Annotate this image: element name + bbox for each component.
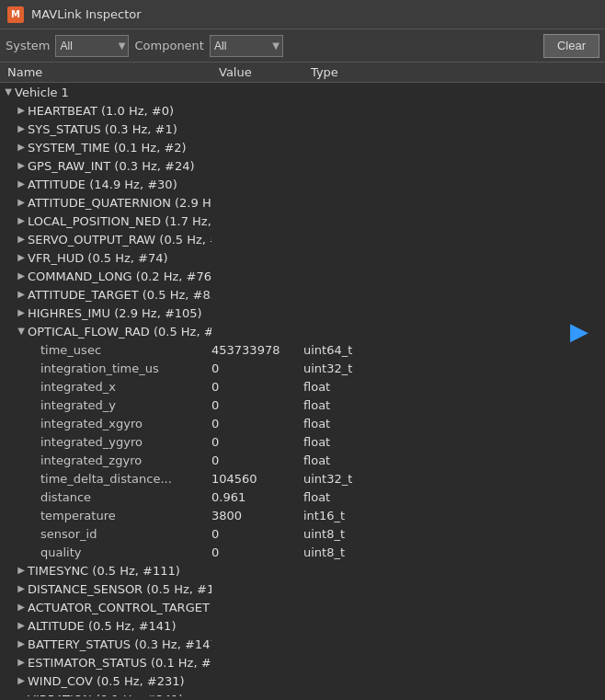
tree-label: ESTIMATOR_STATUS (0.1 Hz, #230) <box>28 656 211 670</box>
tree-row[interactable]: time_usec453733978uint64_t <box>0 340 605 359</box>
tree-row[interactable]: ▶ACTUATOR_CONTROL_TARGET (0.5 Hz, #140) <box>0 598 605 616</box>
tree-label: integration_time_us <box>40 361 159 375</box>
tree-row[interactable]: ▶ATTITUDE_TARGET (0.5 Hz, #83) <box>0 285 605 304</box>
tree-label: Vehicle 1 <box>15 86 69 99</box>
expand-icon[interactable]: ▶ <box>15 693 28 696</box>
tree-row[interactable]: ▶SERVO_OUTPUT_RAW (0.5 Hz, #36) <box>0 230 605 248</box>
expand-icon[interactable]: ▶ <box>15 214 28 227</box>
tree-cell-name: time_usec <box>0 343 211 357</box>
component-label: Component <box>134 39 203 52</box>
tree-row[interactable]: ▶GPS_RAW_INT (0.3 Hz, #24) <box>0 156 605 175</box>
expand-icon[interactable]: ▶ <box>15 178 28 190</box>
tree-row[interactable]: ▶ALTITUDE (0.5 Hz, #141) <box>0 616 605 635</box>
tree-cell-name: ▶ATTITUDE_TARGET (0.5 Hz, #83) <box>0 288 211 302</box>
tree-row[interactable]: integrated_y0float <box>0 396 605 414</box>
tree-cell-name: ▶SYSTEM_TIME (0.1 Hz, #2) <box>0 141 211 155</box>
tree-label: integrated_zgyro <box>40 453 142 467</box>
component-select[interactable]: All <box>210 35 283 57</box>
tree-cell-value: 0 <box>211 435 303 449</box>
tree-row[interactable]: ▶ATTITUDE (14.9 Hz, #30) <box>0 175 605 193</box>
tree-row[interactable]: distance0.961float <box>0 488 605 506</box>
tree-row[interactable]: sensor_id0uint8_t <box>0 524 605 543</box>
expand-icon[interactable]: ▶ <box>15 270 28 282</box>
tree-cell-name: ▶ACTUATOR_CONTROL_TARGET (0.5 Hz, #140) <box>0 601 211 614</box>
expand-icon[interactable]: ▶ <box>15 288 28 301</box>
tree-label: distance <box>40 490 91 504</box>
tree-cell-value: 0 <box>211 453 303 467</box>
expand-icon[interactable]: ▶ <box>15 196 28 209</box>
tree-cell-name: ▶HEARTBEAT (1.0 Hz, #0) <box>0 104 211 118</box>
tree-container[interactable]: ▼Vehicle 1▶HEARTBEAT (1.0 Hz, #0)▶SYS_ST… <box>0 83 605 696</box>
tree-cell-name: ▶COMMAND_LONG (0.2 Hz, #76) <box>0 270 211 283</box>
expand-icon[interactable]: ▶ <box>15 251 28 264</box>
expand-icon[interactable]: ▶ <box>15 141 28 154</box>
tree-label: integrated_xgyro <box>40 417 143 430</box>
expand-spacer <box>28 361 40 374</box>
tree-row[interactable]: integrated_x0float <box>0 377 605 396</box>
tree-row[interactable]: ▶HIGHRES_IMU (2.9 Hz, #105) <box>0 304 605 322</box>
expand-icon[interactable]: ▶ <box>15 159 28 172</box>
tree-row[interactable]: ▶HEARTBEAT (1.0 Hz, #0) <box>0 101 605 120</box>
tree-row[interactable]: integrated_xgyro0float <box>0 414 605 432</box>
tree-label: time_usec <box>40 343 101 357</box>
expand-icon[interactable]: ▶ <box>15 104 28 117</box>
tree-row[interactable]: time_delta_distance...104560uint32_t <box>0 469 605 488</box>
tree-label: SERVO_OUTPUT_RAW (0.5 Hz, #36) <box>28 233 211 247</box>
tree-row[interactable]: ▶VIBRATION (0.1 Hz, #241) <box>0 690 605 696</box>
tree-row[interactable]: integrated_zgyro0float <box>0 451 605 469</box>
expand-icon[interactable]: ▶ <box>15 582 28 595</box>
tree-row[interactable]: temperature3800int16_t <box>0 506 605 524</box>
tree-row[interactable]: integration_time_us0uint32_t <box>0 359 605 377</box>
tree-row[interactable]: integrated_ygyro0float <box>0 432 605 451</box>
tree-cell-type: float <box>303 453 605 467</box>
expand-icon[interactable]: ▶ <box>15 233 28 246</box>
tree-row[interactable]: ▶LOCAL_POSITION_NED (1.7 Hz, #32) <box>0 212 605 230</box>
tree-cell-value: 0 <box>211 545 303 559</box>
tree-row[interactable]: ▶SYS_STATUS (0.3 Hz, #1) <box>0 120 605 138</box>
tree-row[interactable]: ▶ATTITUDE_QUATERNION (2.9 Hz, #31) <box>0 193 605 212</box>
expand-icon[interactable]: ▼ <box>2 86 15 98</box>
tree-cell-name: distance <box>0 490 211 504</box>
tree-cell-type: int16_t <box>303 509 605 522</box>
tree-cell-name: ▶SYS_STATUS (0.3 Hz, #1) <box>0 122 211 136</box>
tree-label: COMMAND_LONG (0.2 Hz, #76) <box>28 270 211 283</box>
tree-row[interactable]: ▶COMMAND_LONG (0.2 Hz, #76) <box>0 267 605 285</box>
tree-cell-name: temperature <box>0 509 211 522</box>
expand-icon[interactable]: ▶ <box>15 619 28 632</box>
tree-row[interactable]: ▶VFR_HUD (0.5 Hz, #74) <box>0 248 605 267</box>
tree-row[interactable]: quality0uint8_t <box>0 543 605 561</box>
tree-cell-value: 104560 <box>211 472 303 486</box>
expand-icon[interactable]: ▶ <box>15 674 28 687</box>
expand-icon[interactable]: ▶ <box>15 306 28 319</box>
expand-icon[interactable]: ▶ <box>15 122 28 135</box>
tree-label: integrated_y <box>40 398 116 412</box>
tree-row[interactable]: ▼Vehicle 1 <box>0 83 605 101</box>
expand-spacer <box>28 380 40 393</box>
tree-row[interactable]: ▶WIND_COV (0.5 Hz, #231) <box>0 671 605 690</box>
tree-label: sensor_id <box>40 527 97 541</box>
expand-icon[interactable]: ▶ <box>15 564 28 577</box>
app-title: MAVLink Inspector <box>31 7 142 21</box>
tree-row[interactable]: ▶▼OPTICAL_FLOW_RAD (0.5 Hz, #106) <box>0 322 605 340</box>
tree-row[interactable]: ▶BATTERY_STATUS (0.3 Hz, #147) <box>0 635 605 653</box>
tree-row[interactable]: ▶TIMESYNC (0.5 Hz, #111) <box>0 561 605 580</box>
system-select-wrapper[interactable]: All ▼ <box>55 35 129 57</box>
clear-button[interactable]: Clear <box>543 34 599 58</box>
toolbar: System All ▼ Component All ▼ Clear <box>0 29 605 63</box>
expand-spacer <box>28 545 40 558</box>
tree-row[interactable]: ▶ESTIMATOR_STATUS (0.1 Hz, #230) <box>0 653 605 671</box>
expand-icon[interactable]: ▼ <box>15 325 28 338</box>
system-select[interactable]: All <box>55 35 129 57</box>
expand-icon[interactable]: ▶ <box>15 656 28 669</box>
tree-cell-name: ▶ESTIMATOR_STATUS (0.1 Hz, #230) <box>0 656 211 670</box>
component-select-wrapper[interactable]: All ▼ <box>210 35 283 57</box>
expand-icon[interactable]: ▶ <box>15 601 28 614</box>
tree-label: OPTICAL_FLOW_RAD (0.5 Hz, #106) <box>28 325 211 339</box>
expand-icon[interactable]: ▶ <box>15 637 28 650</box>
tree-cell-type: uint64_t <box>303 343 605 357</box>
tree-label: ATTITUDE (14.9 Hz, #30) <box>28 178 177 191</box>
tree-row[interactable]: ▶SYSTEM_TIME (0.1 Hz, #2) <box>0 138 605 156</box>
tree-row[interactable]: ▶DISTANCE_SENSOR (0.5 Hz, #132) <box>0 580 605 598</box>
expand-spacer <box>28 472 40 485</box>
col-header-value: Value <box>219 65 311 79</box>
